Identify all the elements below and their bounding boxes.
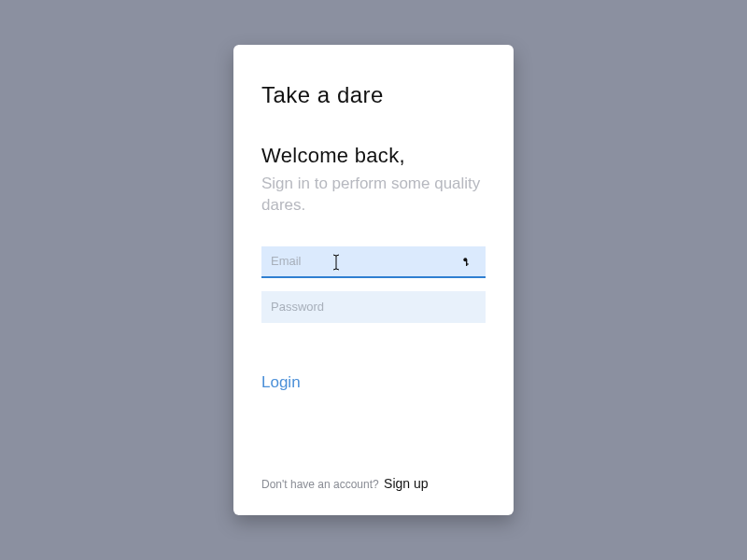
password-field-wrap xyxy=(261,291,486,323)
signup-prompt: Don't have an account? xyxy=(261,478,379,491)
brand-title: Take a dare xyxy=(261,82,486,108)
welcome-heading: Welcome back, xyxy=(261,144,486,168)
password-field[interactable] xyxy=(261,291,486,323)
email-field[interactable] xyxy=(261,246,486,278)
signup-link[interactable]: Sign up xyxy=(384,476,428,491)
login-button[interactable]: Login xyxy=(261,373,486,392)
email-field-wrap xyxy=(261,246,486,278)
login-card: Take a dare Welcome back, Sign in to per… xyxy=(233,45,514,515)
welcome-subtitle: Sign in to perform some quality dares. xyxy=(261,174,486,217)
signup-row: Don't have an account? Sign up xyxy=(261,476,429,491)
